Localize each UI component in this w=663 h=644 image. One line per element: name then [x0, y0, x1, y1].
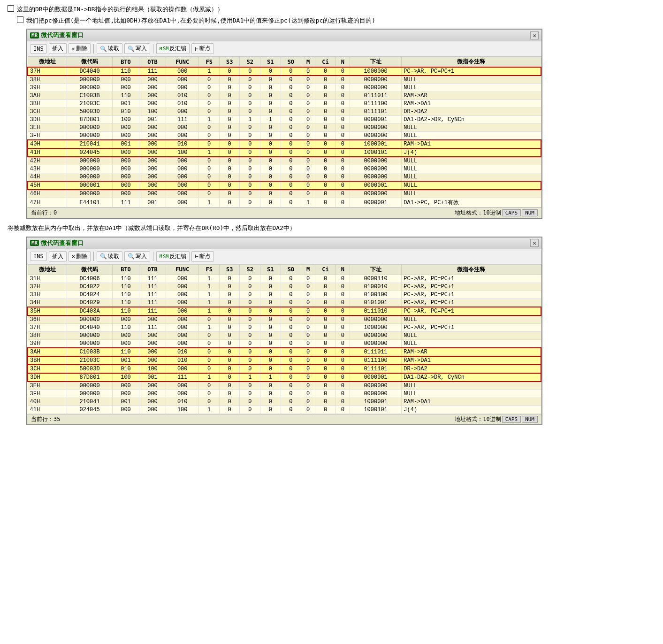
cell-m: 0 — [301, 92, 315, 100]
cell-next: 0000000 — [350, 190, 401, 198]
insert-button-2[interactable]: 插入 — [49, 251, 67, 262]
cell-s2: 0 — [240, 382, 260, 390]
table-row[interactable]: 33HDC4024110111000100000000100100PC->AR,… — [28, 291, 541, 299]
cell-func: 000 — [166, 390, 199, 398]
window1-close-button[interactable]: ✕ — [530, 31, 539, 39]
cell-n: 0 — [335, 398, 350, 406]
cell-bto: 000 — [113, 157, 139, 165]
table-row[interactable]: 31HDC4006110111000100000000000110PC->AR,… — [28, 275, 541, 283]
window2-close-button[interactable]: ✕ — [530, 239, 539, 247]
table-row[interactable]: 40H210041001000010000000001000001RAM->DA… — [28, 140, 541, 148]
cell-s3: 0 — [219, 299, 240, 307]
cell-fs: 1 — [199, 299, 220, 307]
table-row[interactable]: 42H000000000000000000000000000000NULL — [28, 157, 541, 165]
cell-s2: 0 — [240, 348, 260, 356]
asm-button-1[interactable]: MSM 反汇编 — [156, 43, 190, 54]
table-row[interactable]: 37HDC4040110111000100000001000000PC->AR,… — [28, 67, 541, 76]
cell-func: 000 — [166, 76, 199, 84]
table-row[interactable]: 3AHC1003B110000010000000000111011RAM->AR — [28, 348, 541, 356]
cell-code: 87D801 — [67, 116, 113, 124]
table-row[interactable]: 41H024045000000100100000001000101J(4) — [28, 148, 541, 157]
cell-fs: 1 — [199, 323, 220, 331]
cell-addr: 3FH — [28, 132, 67, 140]
cell-next: 0000000 — [350, 390, 401, 398]
cell-so: 0 — [281, 299, 301, 307]
table-row[interactable]: 3DH87D801100001111101100000000001DA1-DA2… — [28, 373, 541, 382]
cell-next: 0111011 — [350, 348, 401, 356]
cell-next: 0000000 — [350, 173, 401, 182]
ins-button-1[interactable]: INS — [30, 44, 47, 54]
cell-ci: 0 — [315, 291, 336, 299]
table-row[interactable]: 39H000000000000000000000000000000NULL — [28, 339, 541, 348]
insert-button-1[interactable]: 插入 — [49, 43, 67, 54]
write-button-2[interactable]: 🔍 写入 — [124, 251, 150, 262]
asm-button-2[interactable]: MSM 反汇编 — [156, 251, 190, 262]
read-button-2[interactable]: 🔍 读取 — [97, 251, 122, 262]
cell-s1: 0 — [260, 406, 281, 414]
table-row[interactable]: 47HE44101111001000100001000000001DA1->PC… — [28, 198, 541, 207]
cell-otb: 001 — [139, 198, 166, 207]
note3-text: 将被减数放在从内存中取出，并放在DA1中（减数从端口读取，并寄存在DR(R0)中… — [8, 224, 296, 231]
cell-s1: 0 — [260, 382, 281, 390]
cell-next: 0000001 — [350, 373, 401, 382]
table-row[interactable]: 3BH21003C001000010000000000111100RAM->DA… — [28, 356, 541, 365]
cell-so: 0 — [281, 315, 301, 324]
table-row[interactable]: 35HDC403A110111000100000000111010PC->AR,… — [28, 307, 541, 315]
cell-n: 0 — [335, 198, 350, 207]
table-row[interactable]: 34HDC4029110111000100000000101001PC->AR,… — [28, 299, 541, 307]
cell-s3: 0 — [219, 140, 240, 148]
table-row[interactable]: 3DH87D801100001111101100000000001DA1-DA2… — [28, 116, 541, 124]
table-row[interactable]: 3EH000000000000000000000000000000NULL — [28, 124, 541, 132]
cell-s1: 0 — [260, 323, 281, 331]
table-row[interactable]: 44H000000000000000000000000000000NULL — [28, 173, 541, 182]
table-row[interactable]: 3CH50003D010100000000000000111101DR->DA2 — [28, 365, 541, 373]
cell-so: 0 — [281, 356, 301, 365]
cell-n: 0 — [335, 140, 350, 148]
cell-otb: 111 — [139, 307, 166, 315]
cell-so: 0 — [281, 291, 301, 299]
col-ci-1: Ci — [315, 57, 336, 68]
ins-button-2[interactable]: INS — [30, 252, 47, 261]
cell-func: 000 — [166, 283, 199, 291]
cell-s3: 0 — [219, 307, 240, 315]
cell-addr: 34H — [28, 299, 67, 307]
table-row[interactable]: 41H024045000000100100000001000101J(4) — [28, 406, 541, 414]
cell-note: NULL — [402, 76, 541, 84]
table-row[interactable]: 3FH000000000000000000000000000000NULL — [28, 132, 541, 140]
cell-n: 0 — [335, 67, 350, 76]
table-row[interactable]: 46H000000000000000000000000000000NULL — [28, 190, 541, 198]
table-row[interactable]: 36H000000000000000000000000000000NULL — [28, 315, 541, 324]
table-row[interactable]: 3EH000000000000000000000000000000NULL — [28, 382, 541, 390]
bp-label-1: 断点 — [199, 45, 211, 53]
table-row[interactable]: 3FH000000000000000000000000000000NULL — [28, 390, 541, 398]
bp-button-2[interactable]: ⊢ 断点 — [191, 251, 213, 262]
window2-statusbar: 当前行：35 地址格式：10进制 CAPS NUM — [27, 414, 541, 424]
cell-s3: 0 — [219, 181, 240, 190]
cell-s2: 0 — [240, 157, 260, 165]
cell-otb: 000 — [139, 76, 166, 84]
table-row[interactable]: 40H210041001000010000000001000001RAM->DA… — [28, 398, 541, 406]
cell-ci: 0 — [315, 67, 336, 76]
cell-ci: 0 — [315, 108, 336, 116]
bp-button-1[interactable]: ⊢ 断点 — [191, 43, 213, 54]
table-row[interactable]: 32HDC4022110111000100000000100010PC->AR,… — [28, 283, 541, 291]
cell-m: 0 — [301, 76, 315, 84]
table-row[interactable]: 39H000000000000000000000000000000NULL — [28, 84, 541, 92]
cell-fs: 1 — [199, 291, 220, 299]
cell-s2: 0 — [240, 92, 260, 100]
table-row[interactable]: 3AHC1003B110000010000000000111011RAM->AR — [28, 92, 541, 100]
cell-code: 000000 — [67, 315, 113, 324]
delete-button-2[interactable]: ✕ 删除 — [69, 251, 91, 262]
delete-button-1[interactable]: ✕ 删除 — [69, 43, 91, 54]
read-button-1[interactable]: 🔍 读取 — [97, 43, 122, 54]
table-row[interactable]: 38H000000000000000000000000000000NULL — [28, 331, 541, 339]
table-row[interactable]: 3BH21003C001000010000000000111100RAM->DA… — [28, 100, 541, 108]
window1-title-text: 微代码查看窗口 — [41, 31, 84, 39]
table-row[interactable]: 3CH50003D010100000000000000111101DR->DA2 — [28, 108, 541, 116]
table-row[interactable]: 37HDC4040110111000100000001000000PC->AR,… — [28, 323, 541, 331]
cell-fs: 1 — [199, 275, 220, 283]
table-row[interactable]: 45H000001000000000000000000000001NULL — [28, 181, 541, 190]
write-button-1[interactable]: 🔍 写入 — [124, 43, 150, 54]
table-row[interactable]: 38H000000000000000000000000000000NULL — [28, 76, 541, 84]
table-row[interactable]: 43H000000000000000000000000000000NULL — [28, 165, 541, 173]
